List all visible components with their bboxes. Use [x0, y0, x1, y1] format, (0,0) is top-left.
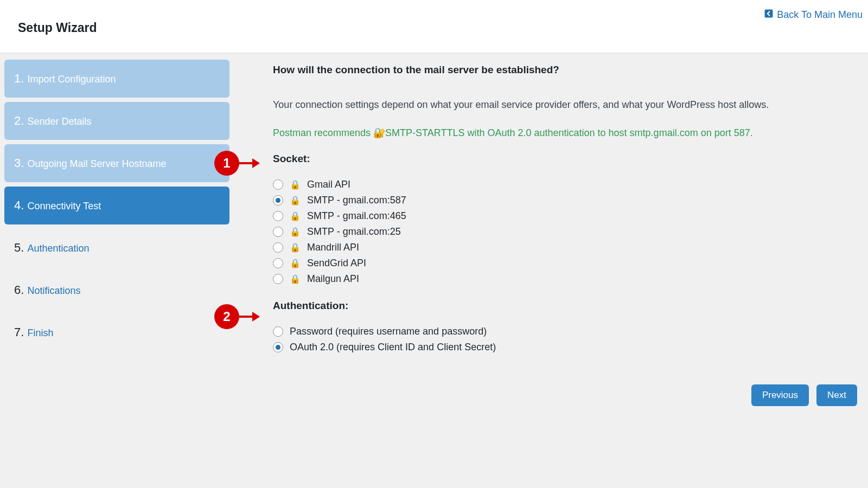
lock-key-icon: 🔐	[373, 127, 385, 138]
socket-option[interactable]: 🔒SendGrid API	[273, 258, 853, 269]
step-number: 4.	[14, 198, 27, 212]
wizard-step[interactable]: 7. Finish	[4, 313, 229, 351]
previous-button[interactable]: Previous	[751, 384, 809, 406]
wizard-step[interactable]: 5. Authentication	[4, 229, 229, 267]
section-lead: Your connection settings depend on what …	[273, 98, 853, 112]
socket-option[interactable]: 🔒Gmail API	[273, 179, 853, 190]
lock-icon: 🔒	[290, 211, 301, 221]
socket-option[interactable]: 🔒Mandrill API	[273, 242, 853, 253]
recommend-link[interactable]: SMTP-STARTTLS with OAuth 2.0 authenticat…	[385, 127, 753, 138]
wizard-step: 1. Import Configuration	[4, 60, 229, 98]
lock-icon: 🔒	[290, 274, 301, 284]
radio-input[interactable]	[273, 342, 283, 352]
radio-input[interactable]	[273, 195, 283, 206]
back-arrow-icon	[764, 9, 774, 21]
annotation-arrow-icon	[238, 316, 259, 318]
recommend-prefix: Postman recommends	[273, 127, 373, 138]
option-label: Password (requires username and password…	[290, 326, 487, 337]
lock-icon: 🔒	[290, 179, 301, 190]
step-number: 7.	[14, 325, 27, 339]
radio-input[interactable]	[273, 274, 283, 284]
lock-icon: 🔒	[290, 195, 301, 206]
wizard-step: 2. Sender Details	[4, 102, 229, 140]
step-label: Connectivity Test	[27, 201, 101, 211]
step-label: Finish	[27, 328, 53, 338]
option-label: Mandrill API	[307, 242, 359, 253]
radio-input[interactable]	[273, 326, 283, 337]
radio-input[interactable]	[273, 211, 283, 221]
annotation-callout-1: 1	[214, 151, 259, 176]
socket-label: Socket:	[273, 153, 853, 165]
option-label: OAuth 2.0 (requires Client ID and Client…	[290, 342, 496, 353]
step-number: 6.	[14, 283, 27, 297]
lock-icon: 🔒	[290, 227, 301, 237]
radio-input[interactable]	[273, 258, 283, 268]
option-label: SMTP - gmail.com:25	[307, 226, 401, 237]
page-title: Setup Wizard	[18, 21, 857, 35]
step-label: Authentication	[27, 243, 89, 254]
step-number: 2.	[14, 114, 27, 127]
auth-option[interactable]: OAuth 2.0 (requires Client ID and Client…	[273, 342, 853, 353]
socket-option[interactable]: 🔒SMTP - gmail.com:25	[273, 226, 853, 237]
recommendation-text: Postman recommends 🔐SMTP-STARTTLS with O…	[273, 127, 853, 139]
step-label: Sender Details	[27, 116, 91, 127]
step-number: 3.	[14, 156, 27, 170]
back-to-main-link[interactable]: Back To Main Menu	[764, 9, 863, 21]
lock-icon: 🔒	[290, 258, 301, 268]
option-label: Gmail API	[307, 179, 350, 190]
next-button[interactable]: Next	[816, 384, 857, 406]
wizard-step[interactable]: 6. Notifications	[4, 271, 229, 309]
step-number: 5.	[14, 241, 27, 254]
wizard-step: 4. Connectivity Test	[4, 187, 229, 224]
annotation-badge: 1	[214, 151, 239, 176]
step-label: Notifications	[27, 285, 80, 296]
wizard-step: 3. Outgoing Mail Server Hostname	[4, 144, 229, 182]
wizard-sidebar: 1. Import Configuration2. Sender Details…	[4, 60, 229, 379]
annotation-badge: 2	[214, 304, 239, 329]
auth-options: Password (requires username and password…	[273, 326, 853, 353]
lock-icon: 🔒	[290, 242, 301, 253]
back-link-label: Back To Main Menu	[777, 9, 863, 21]
socket-option[interactable]: 🔒SMTP - gmail.com:465	[273, 210, 853, 222]
step-number: 1.	[14, 72, 27, 85]
auth-option[interactable]: Password (requires username and password…	[273, 326, 853, 337]
option-label: SMTP - gmail.com:465	[307, 210, 406, 222]
annotation-callout-2: 2	[214, 304, 259, 329]
step-label: Import Configuration	[27, 74, 116, 85]
step-label: Outgoing Mail Server Hostname	[27, 158, 166, 169]
radio-input[interactable]	[273, 227, 283, 237]
svg-rect-0	[765, 10, 773, 18]
radio-input[interactable]	[273, 179, 283, 190]
socket-option[interactable]: 🔒SMTP - gmail.com:587	[273, 195, 853, 206]
socket-options: 🔒Gmail API🔒SMTP - gmail.com:587🔒SMTP - g…	[273, 179, 853, 285]
option-label: Mailgun API	[307, 273, 359, 285]
option-label: SMTP - gmail.com:587	[307, 195, 406, 206]
annotation-arrow-icon	[238, 162, 259, 164]
section-heading: How will the connection to the mail serv…	[273, 64, 853, 76]
socket-option[interactable]: 🔒Mailgun API	[273, 273, 853, 285]
auth-label: Authentication:	[273, 300, 853, 312]
option-label: SendGrid API	[307, 258, 366, 269]
radio-input[interactable]	[273, 242, 283, 253]
